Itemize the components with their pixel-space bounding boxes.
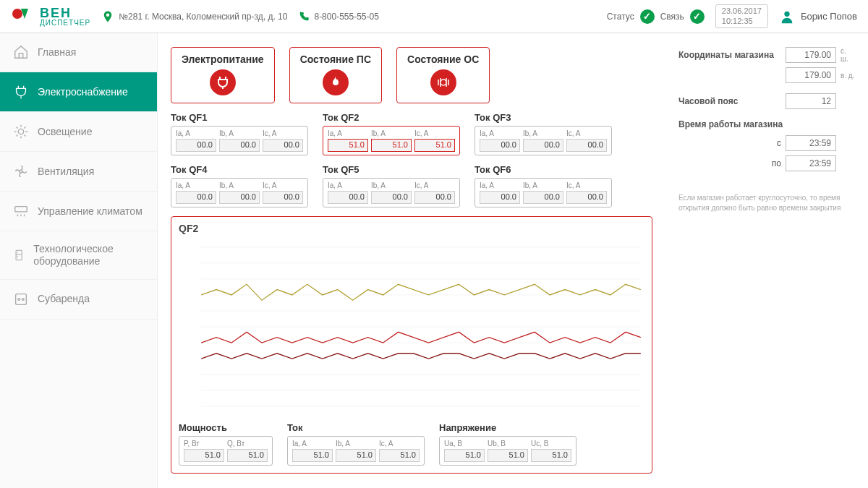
qf-block-6: Ток QF6Ia, A00.0Ib, A00.0Ic, A00.0 xyxy=(475,164,612,207)
alert-icon xyxy=(210,69,236,95)
current-values: Ia, A51.0 Ib, A51.0 Ic, A51.0 xyxy=(287,436,425,466)
user-icon xyxy=(779,9,795,25)
svg-rect-6 xyxy=(16,294,27,304)
close-time-input[interactable] xyxy=(786,155,836,171)
alert-icon xyxy=(430,69,456,95)
voltage-values: Ua, В51.0 Ub, В51.0 Uc, В51.0 xyxy=(439,436,576,466)
status-indicator: ✓ xyxy=(640,9,655,24)
qf-block-4: Ток QF4Ia, A00.0Ib, A00.0Ic, A00.0 xyxy=(171,164,308,207)
logo-subtitle: ДИСПЕТЧЕР xyxy=(40,20,90,27)
timezone-input[interactable] xyxy=(786,93,836,109)
chart-plot[interactable] xyxy=(179,237,644,416)
nav-sublease[interactable]: Субаренда xyxy=(0,280,157,320)
phone-icon xyxy=(298,11,310,22)
power-title: Мощность xyxy=(179,422,273,433)
latitude-input[interactable] xyxy=(786,47,836,63)
alert-card-1[interactable]: Состояние ПС xyxy=(289,47,382,103)
svg-point-3 xyxy=(20,170,22,173)
qf-block-3: Ток QF3Ia, A00.0Ib, A00.0Ic, A00.0 xyxy=(475,112,612,155)
user-name: Борис Попов xyxy=(801,11,857,22)
svg-rect-4 xyxy=(15,207,27,212)
address-text: №281 г. Москва, Коломенский пр-зд, д. 10 xyxy=(119,12,287,22)
alert-icon xyxy=(323,69,349,95)
alert-card-2[interactable]: Состояние ОС xyxy=(396,47,490,103)
voltage-title: Напряжение xyxy=(439,422,576,433)
longitude-input[interactable] xyxy=(786,67,836,83)
nav-home[interactable]: Главная xyxy=(0,33,157,72)
svg-point-7 xyxy=(18,298,20,300)
qf-block-1: Ток QF1Ia, A00.0Ib, A00.0Ic, A00.0 xyxy=(171,112,308,155)
fan-icon xyxy=(13,163,29,179)
datetime-box: 23.06.2017 10:12:35 xyxy=(715,4,768,27)
user-menu[interactable]: Борис Попов xyxy=(779,9,857,25)
svg-rect-5 xyxy=(16,250,22,260)
timezone-label: Часовой пояс xyxy=(678,96,781,106)
nav-climate[interactable]: Управление климатом xyxy=(0,192,157,231)
pin-icon xyxy=(101,9,114,25)
connection-indicator: ✓ xyxy=(690,9,705,24)
socket-icon xyxy=(13,291,29,307)
sidebar: Главная Электроснабжение Освещение Венти… xyxy=(0,33,158,488)
current-title: Ток xyxy=(287,422,425,433)
svg-point-1 xyxy=(784,11,789,16)
bulb-icon xyxy=(13,124,29,140)
hours-note: Если магазин работает круглосуточно, то … xyxy=(678,193,855,213)
hours-label: Время работы магазина xyxy=(678,119,855,129)
nav-lighting[interactable]: Освещение xyxy=(0,112,157,152)
phone-text: 8-800-555-55-05 xyxy=(314,12,378,22)
connection-label: Связь xyxy=(660,12,684,22)
qf-block-5: Ток QF5Ia, A00.0Ib, A00.0Ic, A00.0 xyxy=(323,164,460,207)
alert-card-0[interactable]: Электропитание xyxy=(171,47,275,103)
fridge-icon xyxy=(13,247,25,263)
home-icon xyxy=(13,44,29,60)
nav-ventilation[interactable]: Вентиляция xyxy=(0,152,157,192)
svg-point-8 xyxy=(22,298,24,300)
date-text: 23.06.2017 xyxy=(722,7,762,16)
coords-label: Координаты магазина xyxy=(678,50,781,60)
svg-point-2 xyxy=(18,129,23,134)
open-time-input[interactable] xyxy=(786,135,836,151)
power-values: P, Вт51.0 Q, Вт51.0 xyxy=(179,436,273,466)
time-text: 10:12:35 xyxy=(722,17,762,26)
svg-point-0 xyxy=(12,9,22,19)
status-label: Статус xyxy=(607,12,634,22)
nav-equipment[interactable]: Технологическое оборудование xyxy=(0,231,157,280)
chart-title: QF2 xyxy=(179,223,644,234)
logo-title: ВЕН xyxy=(40,7,90,20)
logo: ВЕН ДИСПЕТЧЕР xyxy=(11,7,90,27)
nav-power[interactable]: Электроснабжение xyxy=(0,72,157,112)
plug-icon xyxy=(13,84,29,100)
ac-icon xyxy=(13,203,29,219)
chart-panel: QF2 Мощность P, Вт51.0 Q, Вт51.0 Ток Ia,… xyxy=(171,216,652,474)
right-panel: Координаты магазина с. ш. в. д. Часовой … xyxy=(665,33,868,488)
qf-block-2: Ток QF2Ia, A51.0Ib, A51.0Ic, A51.0 xyxy=(323,112,460,155)
